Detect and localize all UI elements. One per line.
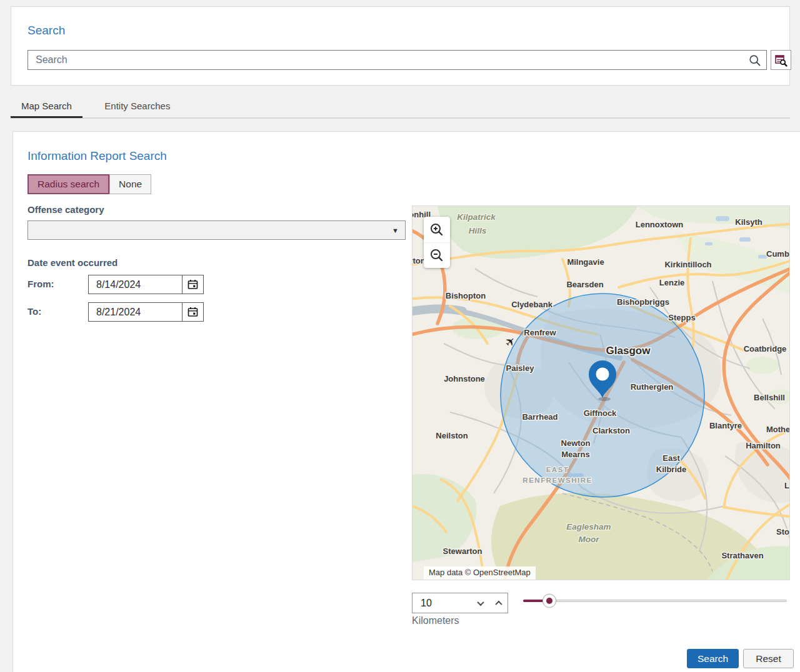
map-place-label: Coatbridge bbox=[744, 344, 787, 353]
map-place-label: Renfrew bbox=[524, 328, 556, 337]
map-place-label: Hamilton bbox=[746, 441, 781, 450]
from-calendar-button[interactable] bbox=[182, 275, 203, 294]
search-submit-button[interactable]: Search bbox=[687, 649, 739, 668]
map-place-label: Rutherglen bbox=[631, 382, 674, 392]
map-place-label: Strathaven bbox=[721, 551, 763, 560]
map-place-label: Bearsden bbox=[566, 280, 603, 289]
map-place-label: Clydebank bbox=[511, 300, 553, 309]
chevron-down-icon bbox=[477, 598, 484, 605]
section-title: Information Report Search bbox=[28, 149, 167, 163]
from-date-input[interactable] bbox=[89, 275, 182, 294]
from-date-group bbox=[88, 275, 204, 294]
map-place-label: Stewarton bbox=[443, 546, 482, 556]
search-input[interactable] bbox=[28, 51, 766, 69]
map-place-label: Kilpatrick bbox=[457, 212, 496, 222]
map-place-label: Hills bbox=[469, 226, 487, 235]
map-place-label: Lennoxtown bbox=[636, 220, 684, 229]
map-place-label: Barrhead bbox=[522, 412, 558, 422]
search-icon[interactable] bbox=[749, 54, 761, 67]
map-zoom-control bbox=[424, 217, 450, 268]
map-place-label: Milngavie bbox=[567, 257, 604, 267]
radius-unit-label: Kilometers bbox=[412, 615, 459, 626]
map-search-panel: Information Report Search Radius search … bbox=[12, 131, 800, 672]
toggle-none[interactable]: None bbox=[109, 174, 151, 194]
tab-entity-searches[interactable]: Entity Searches bbox=[94, 96, 181, 118]
map-place-label: Larkhall bbox=[784, 481, 790, 490]
radius-slider[interactable] bbox=[523, 594, 787, 608]
page-title: Search bbox=[28, 24, 65, 37]
to-date-input[interactable] bbox=[89, 303, 182, 321]
map-canvas: ✈ BonhillKilpatrickHillsLennoxtownKilsyt… bbox=[412, 206, 790, 580]
map-place-label: Johnstone bbox=[444, 374, 485, 383]
advanced-search-button[interactable] bbox=[771, 50, 791, 70]
map-place-label: Eaglesham bbox=[566, 522, 611, 531]
search-panel: Search bbox=[11, 6, 790, 86]
map-place-label: Stonehouse bbox=[776, 527, 790, 536]
to-date-group bbox=[88, 302, 204, 322]
tab-map-search[interactable]: Map Search bbox=[11, 96, 82, 118]
calendar-icon bbox=[187, 306, 199, 318]
map-place-label: Neilston bbox=[436, 431, 468, 440]
map-place-label: Bellshill bbox=[754, 393, 785, 402]
page: Search Map Search Entity Searches bbox=[0, 0, 800, 672]
map-place-label: Kirkintilloch bbox=[664, 260, 711, 269]
search-mode-toggle: Radius search None bbox=[28, 174, 151, 194]
date-section-label: Date event occurred bbox=[28, 257, 118, 268]
chevron-up-icon bbox=[495, 600, 502, 607]
map-place-label: Clarkston bbox=[592, 426, 630, 435]
reset-button[interactable]: Reset bbox=[743, 649, 794, 668]
map-place-label: Lenzie bbox=[659, 278, 684, 287]
stepper-down-button[interactable] bbox=[471, 593, 489, 613]
calendar-icon bbox=[187, 279, 199, 290]
slider-track[interactable] bbox=[523, 600, 787, 602]
map-place-label: Paisley bbox=[506, 363, 535, 373]
table-search-icon bbox=[774, 54, 788, 67]
slider-thumb[interactable] bbox=[542, 594, 556, 608]
map-place-label: Blantyre bbox=[709, 421, 742, 430]
map[interactable]: ✈ BonhillKilpatrickHillsLennoxtownKilsyt… bbox=[412, 205, 790, 580]
map-place-label: Kilsyth bbox=[735, 217, 762, 227]
map-place-label: Kilbride bbox=[656, 465, 686, 474]
map-place-label: Moor bbox=[579, 535, 600, 544]
zoom-in-icon bbox=[429, 222, 444, 237]
offense-category-label: Offense category bbox=[28, 204, 104, 215]
map-place-label: Glasgow bbox=[606, 345, 651, 357]
map-place-label: Stepps bbox=[668, 313, 695, 322]
stepper-up-button[interactable] bbox=[489, 593, 508, 613]
toggle-radius-search[interactable]: Radius search bbox=[28, 174, 109, 194]
map-place-label: Mearns bbox=[561, 450, 590, 459]
map-place-label: Newton bbox=[561, 438, 591, 448]
map-place-label: Giffnock bbox=[584, 408, 617, 418]
tab-map-search-label: Map Search bbox=[21, 101, 72, 111]
dropdown-caret-icon: ▼ bbox=[392, 227, 405, 234]
map-place-label: Motherwell bbox=[766, 425, 790, 434]
zoom-in-button[interactable] bbox=[424, 217, 450, 242]
search-input-wrap bbox=[28, 50, 767, 70]
map-place-label: EAST bbox=[546, 466, 569, 473]
map-place-label: Bishopton bbox=[446, 291, 486, 300]
tab-bar: Map Search Entity Searches bbox=[11, 96, 790, 119]
map-place-label: East bbox=[662, 453, 680, 463]
tab-entity-searches-label: Entity Searches bbox=[104, 101, 170, 111]
radius-value: 10 bbox=[412, 598, 471, 609]
map-place-label: Bishopbriggs bbox=[617, 297, 669, 307]
map-place-label: RENFREWSHIRE bbox=[522, 477, 592, 484]
map-attribution: Map data © OpenStreetMap bbox=[424, 566, 536, 580]
zoom-out-button[interactable] bbox=[424, 242, 450, 268]
offense-category-select[interactable]: ▼ bbox=[28, 220, 406, 240]
radius-value-stepper: 10 bbox=[412, 593, 508, 613]
to-label: To: bbox=[28, 306, 41, 317]
map-place-label: Cumbernauld bbox=[766, 249, 790, 259]
zoom-out-icon bbox=[429, 248, 444, 263]
from-label: From: bbox=[28, 279, 54, 289]
to-calendar-button[interactable] bbox=[182, 303, 203, 321]
